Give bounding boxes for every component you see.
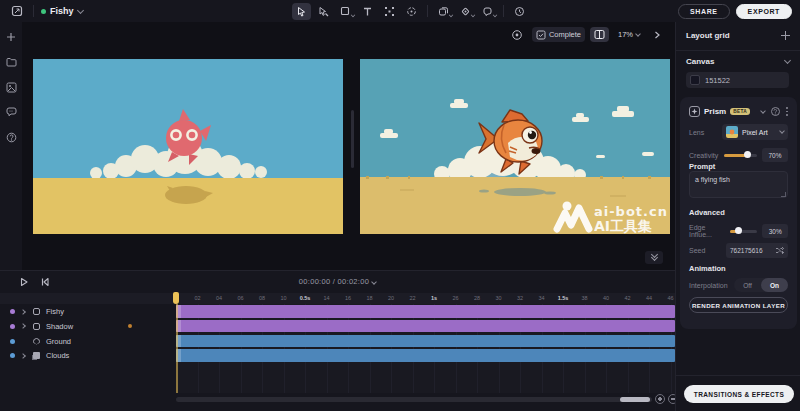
- layout-grid-label: Layout grid: [686, 31, 730, 40]
- timeline-scrollbar-thumb[interactable]: [620, 397, 650, 402]
- seed-value: 762175616: [730, 247, 775, 254]
- help-icon[interactable]: [4, 130, 18, 144]
- ruler-tick: 32: [512, 295, 528, 301]
- layers-tool-dropdown-icon[interactable]: [449, 12, 454, 17]
- frame-tool[interactable]: [336, 3, 355, 20]
- layer-expand-chevron[interactable]: [21, 310, 27, 314]
- frame-tool-dropdown-icon[interactable]: [351, 12, 356, 17]
- select-tool[interactable]: [292, 3, 311, 20]
- shape-tool-dropdown-icon[interactable]: [493, 12, 498, 17]
- edge-influence-label: Edge Influe...: [689, 224, 730, 238]
- add-icon[interactable]: [4, 30, 18, 44]
- advanced-label: Advanced: [689, 208, 725, 217]
- canvas-controls: Complete 17%: [507, 27, 665, 42]
- interpolation-on-option[interactable]: On: [761, 278, 788, 292]
- node-select-tool[interactable]: [314, 3, 333, 20]
- prompt-input[interactable]: a flying fish: [689, 171, 788, 198]
- onion-skin-icon[interactable]: [507, 27, 527, 42]
- timeline-track-clouds[interactable]: [176, 349, 675, 362]
- prism-header[interactable]: Prism BETA: [689, 106, 788, 117]
- chevron-down-icon: [650, 254, 657, 261]
- transform-tool[interactable]: [380, 3, 399, 20]
- history-tool[interactable]: [510, 3, 529, 20]
- prompt-resize-grip[interactable]: [781, 192, 786, 197]
- seed-row: Seed 762175616: [689, 243, 788, 258]
- rotate-tool[interactable]: [402, 3, 421, 20]
- creativity-value-field[interactable]: 70%: [762, 148, 788, 162]
- timeline-scrollbar[interactable]: [176, 397, 652, 402]
- complete-button[interactable]: Complete: [532, 27, 585, 42]
- timeline-track-shadow[interactable]: [176, 320, 675, 333]
- lens-thumbnail: [726, 126, 738, 138]
- creativity-slider[interactable]: [724, 154, 757, 157]
- time-display[interactable]: 00:00:00 / 00:02:00: [0, 277, 675, 286]
- animation-frame-2[interactable]: ai-bot.cn AI工具集: [360, 59, 670, 234]
- panel-toggle-icon[interactable]: [590, 27, 609, 42]
- color-swatch[interactable]: [690, 75, 700, 85]
- folder-icon[interactable]: [4, 55, 18, 69]
- share-button[interactable]: SHARE: [678, 4, 730, 19]
- layer-type-icon: [33, 308, 40, 315]
- add-layout-grid-icon[interactable]: [781, 31, 790, 40]
- layers-tool[interactable]: [434, 3, 453, 20]
- text-tool[interactable]: [358, 3, 377, 20]
- seed-label: Seed: [689, 247, 705, 254]
- layer-row-ground[interactable]: Ground: [0, 335, 176, 348]
- layer-row-fishy[interactable]: Fishy: [0, 305, 176, 318]
- next-frame-icon[interactable]: [649, 27, 665, 42]
- seed-input[interactable]: 762175616: [726, 243, 788, 258]
- edge-influence-value-field[interactable]: 30%: [762, 224, 788, 238]
- zoom-dropdown[interactable]: 17%: [614, 27, 644, 42]
- layer-row-shadow[interactable]: Shadow: [0, 320, 176, 333]
- ruler-tick: 42: [620, 295, 636, 301]
- keyframe-dot[interactable]: [128, 324, 132, 328]
- timeline-ruler[interactable]: 02040608100.5s14161820221s26283032341.5s…: [0, 293, 675, 304]
- export-button[interactable]: EXPORT: [736, 4, 792, 19]
- render-animation-layer-button[interactable]: RENDER ANIMATION LAYER: [689, 297, 788, 313]
- ruler-tick: 0.5s: [297, 295, 313, 301]
- ruler-tick: 08: [254, 295, 270, 301]
- beta-badge: BETA: [730, 108, 750, 115]
- project-menu[interactable]: Fishy: [41, 6, 83, 16]
- animation-frame-1[interactable]: [33, 59, 343, 234]
- lens-value: Pixel Art: [742, 129, 776, 136]
- assets-icon[interactable]: [4, 80, 18, 94]
- layer-expand-chevron[interactable]: [21, 354, 27, 358]
- canvas-section-header[interactable]: Canvas: [686, 57, 790, 66]
- layer-expand-chevron[interactable]: [21, 324, 27, 328]
- creativity-slider-knob[interactable]: [744, 151, 751, 158]
- canvas-color-value: 151522: [705, 76, 730, 85]
- lens-dropdown[interactable]: Pixel Art: [722, 124, 788, 140]
- app-logo-icon[interactable]: [8, 3, 26, 19]
- collapse-panel-button[interactable]: [645, 251, 663, 264]
- pane-scrollbar-handle[interactable]: [351, 110, 354, 168]
- complete-label: Complete: [549, 30, 581, 39]
- track-area[interactable]: [176, 304, 675, 393]
- transport-controls: 00:00:00 / 00:02:00: [0, 271, 675, 293]
- edge-influence-slider[interactable]: [730, 230, 758, 233]
- timeline-track-fishy[interactable]: [176, 305, 675, 318]
- prompt-label: Prompt: [689, 162, 715, 171]
- comments-icon[interactable]: [4, 105, 18, 119]
- effects-tool[interactable]: [456, 3, 475, 20]
- chevron-down-icon[interactable]: [760, 108, 766, 114]
- layer-color-dot: [10, 324, 15, 329]
- shape-tool[interactable]: [478, 3, 497, 20]
- playhead-handle[interactable]: [173, 292, 179, 304]
- layer-color-dot: [10, 309, 15, 314]
- layer-row-clouds[interactable]: Clouds: [0, 349, 176, 362]
- transitions-effects-button[interactable]: TRANSITIONS & EFFECTS: [684, 385, 794, 403]
- prism-panel: Prism BETA Lens Pixel Art: [680, 97, 797, 329]
- timeline-track-ground[interactable]: [176, 335, 675, 348]
- effects-tool-dropdown-icon[interactable]: [471, 12, 476, 17]
- edge-slider-knob[interactable]: [735, 227, 742, 234]
- prism-help-icon[interactable]: [771, 107, 780, 116]
- timeline-zoom-in-icon[interactable]: [655, 394, 665, 404]
- canvas-viewport[interactable]: Complete 17%: [22, 22, 675, 270]
- sidebar-bottom-bar: TRANSITIONS & EFFECTS: [676, 375, 800, 411]
- prism-menu-icon[interactable]: [786, 107, 788, 115]
- left-rail: [0, 22, 22, 270]
- canvas-color-field[interactable]: 151522: [686, 72, 789, 88]
- interpolation-off-option[interactable]: Off: [734, 278, 761, 292]
- shuffle-icon[interactable]: [775, 246, 784, 255]
